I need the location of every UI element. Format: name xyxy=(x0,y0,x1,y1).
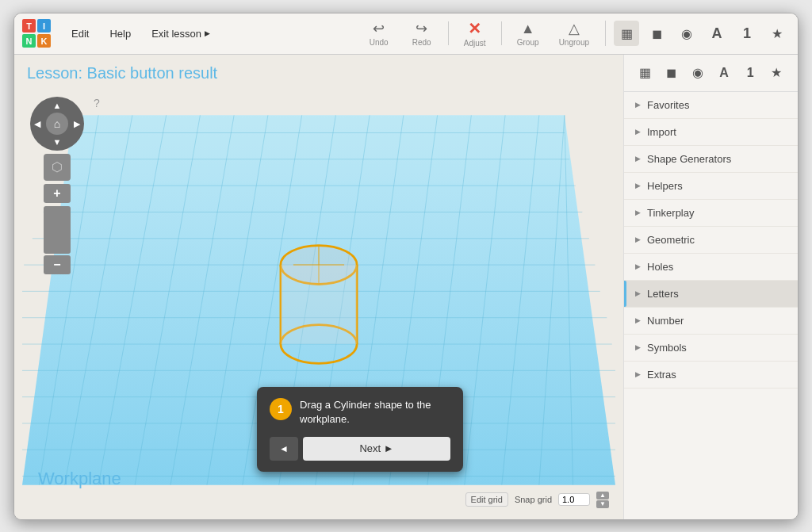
grid-view-button[interactable]: ▦ xyxy=(614,21,639,46)
popup-buttons: ◄ Next ► xyxy=(270,437,450,461)
toolbar-divider2 xyxy=(501,21,502,45)
snap-down-button[interactable]: ▼ xyxy=(596,500,609,508)
next-button[interactable]: Next ► xyxy=(303,437,450,461)
ungroup-button[interactable]: △ Ungroup xyxy=(551,17,597,50)
redo-button[interactable]: ↪ Redo xyxy=(402,17,442,50)
pan-left-arrow: ◀ xyxy=(34,118,40,128)
app-window: T I N K Edit Help Exit lesson ↩ Undo ↪ R… xyxy=(13,13,799,520)
letter-button[interactable]: A xyxy=(704,21,730,46)
favorites-arrow: ▶ xyxy=(635,101,641,109)
pan-up-arrow: ▲ xyxy=(53,101,62,110)
redo-icon: ↪ xyxy=(416,20,427,37)
adjust-label: Adjust xyxy=(464,39,486,48)
import-label: Import xyxy=(647,126,676,138)
popup-instruction: Drag a Cylinder shape to the workplane. xyxy=(300,398,450,427)
tinkercad-logo[interactable]: T I N K xyxy=(22,19,51,48)
sidebar-item-number[interactable]: ▶ Number xyxy=(624,308,798,335)
edit-menu[interactable]: Edit xyxy=(62,23,98,44)
logo-t: T xyxy=(22,19,36,33)
adjust-icon: ✕ xyxy=(468,19,481,38)
menu-bar: Edit Help Exit lesson xyxy=(62,23,220,44)
toolbar-divider xyxy=(448,21,449,45)
toolbar-actions: ↩ Undo ↪ Redo ✕ Adjust ▲ Group △ Ungroup xyxy=(359,16,597,51)
snap-arrows: ▲ ▼ xyxy=(596,492,609,508)
import-arrow: ▶ xyxy=(635,128,641,136)
logo-n: N xyxy=(22,34,36,48)
holes-arrow: ▶ xyxy=(635,262,641,270)
number-panel-icon[interactable]: 1 xyxy=(738,61,762,85)
exit-lesson-button[interactable]: Exit lesson xyxy=(142,23,220,44)
sidebar-item-extras[interactable]: ▶ Extras xyxy=(624,362,798,388)
extras-arrow: ▶ xyxy=(635,370,641,378)
helpers-label: Helpers xyxy=(647,180,683,192)
letter-panel-icon[interactable]: A xyxy=(712,61,736,85)
viewport[interactable]: ▲ ▼ ◀ ▶ ⌂ ⬡ + − xyxy=(22,89,615,511)
zoom-slider[interactable] xyxy=(44,206,71,254)
helpers-arrow: ▶ xyxy=(635,182,641,189)
zoom-out-button[interactable]: − xyxy=(44,255,71,274)
view-cube[interactable]: ⬡ xyxy=(44,154,71,181)
navigation-controls: ▲ ▼ ◀ ▶ ⌂ ⬡ + − xyxy=(30,97,84,274)
ungroup-label: Ungroup xyxy=(559,38,589,47)
sidebar-item-symbols[interactable]: ▶ Symbols xyxy=(624,335,798,362)
help-menu[interactable]: Help xyxy=(100,23,140,44)
undo-button[interactable]: ↩ Undo xyxy=(359,17,399,50)
extras-label: Extras xyxy=(647,369,676,381)
active-marker xyxy=(624,281,626,307)
pan-right-arrow: ▶ xyxy=(74,118,80,128)
cube-panel-icon[interactable]: ◼ xyxy=(660,61,684,85)
sidebar-item-geometric[interactable]: ▶ Geometric xyxy=(624,227,798,254)
popup-content: 1 Drag a Cylinder shape to the workplane… xyxy=(270,398,450,427)
ungroup-icon: △ xyxy=(569,20,580,37)
cube-icon: ⬡ xyxy=(52,159,63,174)
sidebar-item-import[interactable]: ▶ Import xyxy=(624,119,798,146)
star-panel-icon[interactable]: ★ xyxy=(764,61,788,85)
favorites-label: Favorites xyxy=(647,99,689,111)
symbols-label: Symbols xyxy=(647,342,687,354)
sidebar-item-favorites[interactable]: ▶ Favorites xyxy=(624,92,798,119)
sidebar-item-letters[interactable]: ▶ Letters › xyxy=(624,281,798,308)
solid-view-button[interactable]: ◼ xyxy=(644,21,669,46)
sidebar-item-tinkerplay[interactable]: ▶ Tinkerplay xyxy=(624,200,798,227)
prev-button[interactable]: ◄ xyxy=(270,437,298,461)
sidebar-item-holes[interactable]: ▶ Holes xyxy=(624,254,798,281)
group-button[interactable]: ▲ Group xyxy=(508,17,548,50)
sidebar-item-helpers[interactable]: ▶ Helpers xyxy=(624,173,798,200)
snap-label: Snap grid xyxy=(515,495,552,504)
globe-view-button[interactable]: ◉ xyxy=(674,21,699,46)
adjust-button[interactable]: ✕ Adjust xyxy=(455,16,495,51)
edit-grid-button[interactable]: Edit grid xyxy=(465,492,508,507)
tinkerplay-label: Tinkerplay xyxy=(647,207,694,219)
undo-icon: ↩ xyxy=(373,20,385,37)
letters-arrow: ▶ xyxy=(635,289,641,297)
group-label: Group xyxy=(517,38,539,47)
number-label: Number xyxy=(647,315,684,327)
help-icon[interactable]: ? xyxy=(94,97,100,109)
home-button[interactable]: ⌂ xyxy=(46,113,68,135)
redo-label: Redo xyxy=(412,38,431,47)
group-icon: ▲ xyxy=(521,21,535,37)
sidebar-icon-row: ▦ ◼ ◉ A 1 ★ xyxy=(624,55,798,92)
star-button[interactable]: ★ xyxy=(764,21,790,46)
globe-panel-icon[interactable]: ◉ xyxy=(686,61,710,85)
zoom-in-button[interactable]: + xyxy=(44,184,71,203)
snap-value-input[interactable] xyxy=(558,493,590,506)
holes-label: Holes xyxy=(647,261,673,273)
grid-panel-icon[interactable]: ▦ xyxy=(634,61,657,85)
geometric-arrow: ▶ xyxy=(635,235,641,243)
step-badge: 1 xyxy=(270,398,292,420)
lesson-popup: 1 Drag a Cylinder shape to the workplane… xyxy=(257,387,463,471)
right-sidebar: ▦ ◼ ◉ A 1 ★ ▶ Favorites ▶ Import ▶ Shape… xyxy=(623,55,798,519)
svg-rect-37 xyxy=(281,265,357,344)
letters-label: Letters xyxy=(647,288,679,300)
sidebar-item-shape-generators[interactable]: ▶ Shape Generators xyxy=(624,146,798,173)
pan-control[interactable]: ▲ ▼ ◀ ▶ ⌂ xyxy=(30,97,84,151)
number-button[interactable]: 1 xyxy=(734,21,760,46)
number-arrow: ▶ xyxy=(635,316,641,324)
shape-generators-label: Shape Generators xyxy=(647,153,731,165)
workplane-label: Workplane xyxy=(38,469,121,489)
geometric-label: Geometric xyxy=(647,234,695,246)
snap-up-button[interactable]: ▲ xyxy=(596,492,609,499)
canvas-area: Lesson: Basic button result xyxy=(14,55,623,519)
shape-gen-arrow: ▶ xyxy=(635,155,641,163)
